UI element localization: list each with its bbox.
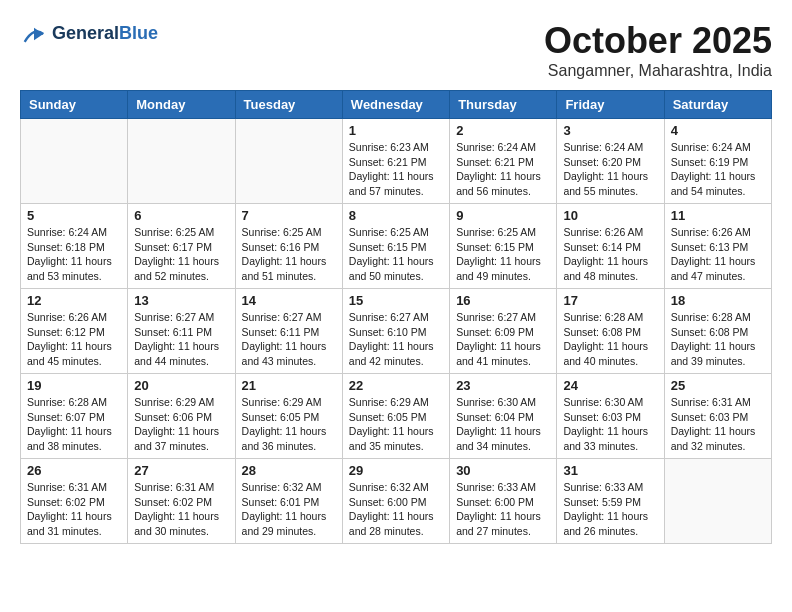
page-header: GeneralBlue October 2025 Sangamner, Maha…: [20, 20, 772, 80]
day-number: 8: [349, 208, 443, 223]
column-header-sunday: Sunday: [21, 91, 128, 119]
day-info: Sunrise: 6:24 AM Sunset: 6:21 PM Dayligh…: [456, 140, 550, 199]
day-number: 26: [27, 463, 121, 478]
day-info: Sunrise: 6:25 AM Sunset: 6:15 PM Dayligh…: [456, 225, 550, 284]
location-title: Sangamner, Maharashtra, India: [544, 62, 772, 80]
week-row-4: 19Sunrise: 6:28 AM Sunset: 6:07 PM Dayli…: [21, 374, 772, 459]
week-row-2: 5Sunrise: 6:24 AM Sunset: 6:18 PM Daylig…: [21, 204, 772, 289]
day-info: Sunrise: 6:28 AM Sunset: 6:08 PM Dayligh…: [671, 310, 765, 369]
day-info: Sunrise: 6:30 AM Sunset: 6:03 PM Dayligh…: [563, 395, 657, 454]
day-info: Sunrise: 6:33 AM Sunset: 5:59 PM Dayligh…: [563, 480, 657, 539]
calendar-cell: 29Sunrise: 6:32 AM Sunset: 6:00 PM Dayli…: [342, 459, 449, 544]
day-number: 7: [242, 208, 336, 223]
column-header-thursday: Thursday: [450, 91, 557, 119]
calendar-cell: 15Sunrise: 6:27 AM Sunset: 6:10 PM Dayli…: [342, 289, 449, 374]
day-info: Sunrise: 6:31 AM Sunset: 6:02 PM Dayligh…: [134, 480, 228, 539]
calendar-cell: 2Sunrise: 6:24 AM Sunset: 6:21 PM Daylig…: [450, 119, 557, 204]
calendar-cell: 28Sunrise: 6:32 AM Sunset: 6:01 PM Dayli…: [235, 459, 342, 544]
day-number: 13: [134, 293, 228, 308]
calendar-cell: 6Sunrise: 6:25 AM Sunset: 6:17 PM Daylig…: [128, 204, 235, 289]
day-info: Sunrise: 6:25 AM Sunset: 6:17 PM Dayligh…: [134, 225, 228, 284]
logo-icon: [20, 20, 48, 48]
calendar-cell: 5Sunrise: 6:24 AM Sunset: 6:18 PM Daylig…: [21, 204, 128, 289]
day-number: 31: [563, 463, 657, 478]
calendar-cell: 1Sunrise: 6:23 AM Sunset: 6:21 PM Daylig…: [342, 119, 449, 204]
day-info: Sunrise: 6:31 AM Sunset: 6:03 PM Dayligh…: [671, 395, 765, 454]
calendar-cell: 13Sunrise: 6:27 AM Sunset: 6:11 PM Dayli…: [128, 289, 235, 374]
column-header-monday: Monday: [128, 91, 235, 119]
day-number: 24: [563, 378, 657, 393]
day-number: 29: [349, 463, 443, 478]
day-info: Sunrise: 6:27 AM Sunset: 6:11 PM Dayligh…: [242, 310, 336, 369]
day-info: Sunrise: 6:32 AM Sunset: 6:01 PM Dayligh…: [242, 480, 336, 539]
calendar-cell: 12Sunrise: 6:26 AM Sunset: 6:12 PM Dayli…: [21, 289, 128, 374]
day-info: Sunrise: 6:28 AM Sunset: 6:08 PM Dayligh…: [563, 310, 657, 369]
day-number: 9: [456, 208, 550, 223]
day-number: 18: [671, 293, 765, 308]
day-info: Sunrise: 6:27 AM Sunset: 6:11 PM Dayligh…: [134, 310, 228, 369]
day-number: 21: [242, 378, 336, 393]
day-number: 5: [27, 208, 121, 223]
calendar-cell: 30Sunrise: 6:33 AM Sunset: 6:00 PM Dayli…: [450, 459, 557, 544]
day-info: Sunrise: 6:24 AM Sunset: 6:18 PM Dayligh…: [27, 225, 121, 284]
day-number: 28: [242, 463, 336, 478]
day-number: 23: [456, 378, 550, 393]
day-info: Sunrise: 6:28 AM Sunset: 6:07 PM Dayligh…: [27, 395, 121, 454]
week-row-3: 12Sunrise: 6:26 AM Sunset: 6:12 PM Dayli…: [21, 289, 772, 374]
calendar-cell: 26Sunrise: 6:31 AM Sunset: 6:02 PM Dayli…: [21, 459, 128, 544]
day-number: 30: [456, 463, 550, 478]
day-number: 2: [456, 123, 550, 138]
column-header-tuesday: Tuesday: [235, 91, 342, 119]
calendar-cell: 31Sunrise: 6:33 AM Sunset: 5:59 PM Dayli…: [557, 459, 664, 544]
calendar-cell: 19Sunrise: 6:28 AM Sunset: 6:07 PM Dayli…: [21, 374, 128, 459]
calendar-cell: 20Sunrise: 6:29 AM Sunset: 6:06 PM Dayli…: [128, 374, 235, 459]
calendar-cell: 24Sunrise: 6:30 AM Sunset: 6:03 PM Dayli…: [557, 374, 664, 459]
calendar-cell: 27Sunrise: 6:31 AM Sunset: 6:02 PM Dayli…: [128, 459, 235, 544]
column-header-saturday: Saturday: [664, 91, 771, 119]
calendar-cell: 21Sunrise: 6:29 AM Sunset: 6:05 PM Dayli…: [235, 374, 342, 459]
day-number: 12: [27, 293, 121, 308]
calendar-cell: 3Sunrise: 6:24 AM Sunset: 6:20 PM Daylig…: [557, 119, 664, 204]
day-number: 15: [349, 293, 443, 308]
day-info: Sunrise: 6:24 AM Sunset: 6:20 PM Dayligh…: [563, 140, 657, 199]
calendar-cell: [664, 459, 771, 544]
title-block: October 2025 Sangamner, Maharashtra, Ind…: [544, 20, 772, 80]
day-number: 16: [456, 293, 550, 308]
day-info: Sunrise: 6:24 AM Sunset: 6:19 PM Dayligh…: [671, 140, 765, 199]
calendar-cell: 17Sunrise: 6:28 AM Sunset: 6:08 PM Dayli…: [557, 289, 664, 374]
day-info: Sunrise: 6:29 AM Sunset: 6:05 PM Dayligh…: [242, 395, 336, 454]
day-number: 27: [134, 463, 228, 478]
day-info: Sunrise: 6:26 AM Sunset: 6:12 PM Dayligh…: [27, 310, 121, 369]
calendar-cell: 8Sunrise: 6:25 AM Sunset: 6:15 PM Daylig…: [342, 204, 449, 289]
day-number: 10: [563, 208, 657, 223]
calendar-cell: 14Sunrise: 6:27 AM Sunset: 6:11 PM Dayli…: [235, 289, 342, 374]
day-number: 20: [134, 378, 228, 393]
day-number: 4: [671, 123, 765, 138]
calendar-cell: [128, 119, 235, 204]
calendar-cell: 25Sunrise: 6:31 AM Sunset: 6:03 PM Dayli…: [664, 374, 771, 459]
calendar-cell: 7Sunrise: 6:25 AM Sunset: 6:16 PM Daylig…: [235, 204, 342, 289]
day-info: Sunrise: 6:33 AM Sunset: 6:00 PM Dayligh…: [456, 480, 550, 539]
day-number: 6: [134, 208, 228, 223]
calendar-cell: [21, 119, 128, 204]
week-row-1: 1Sunrise: 6:23 AM Sunset: 6:21 PM Daylig…: [21, 119, 772, 204]
calendar-cell: [235, 119, 342, 204]
logo-text: GeneralBlue: [52, 24, 158, 44]
day-number: 11: [671, 208, 765, 223]
calendar-cell: 9Sunrise: 6:25 AM Sunset: 6:15 PM Daylig…: [450, 204, 557, 289]
day-info: Sunrise: 6:30 AM Sunset: 6:04 PM Dayligh…: [456, 395, 550, 454]
day-info: Sunrise: 6:25 AM Sunset: 6:16 PM Dayligh…: [242, 225, 336, 284]
logo: GeneralBlue: [20, 20, 158, 48]
calendar-cell: 10Sunrise: 6:26 AM Sunset: 6:14 PM Dayli…: [557, 204, 664, 289]
day-number: 1: [349, 123, 443, 138]
calendar-cell: 4Sunrise: 6:24 AM Sunset: 6:19 PM Daylig…: [664, 119, 771, 204]
day-info: Sunrise: 6:29 AM Sunset: 6:05 PM Dayligh…: [349, 395, 443, 454]
calendar-cell: 23Sunrise: 6:30 AM Sunset: 6:04 PM Dayli…: [450, 374, 557, 459]
day-info: Sunrise: 6:23 AM Sunset: 6:21 PM Dayligh…: [349, 140, 443, 199]
day-number: 19: [27, 378, 121, 393]
day-info: Sunrise: 6:29 AM Sunset: 6:06 PM Dayligh…: [134, 395, 228, 454]
calendar-cell: 22Sunrise: 6:29 AM Sunset: 6:05 PM Dayli…: [342, 374, 449, 459]
week-row-5: 26Sunrise: 6:31 AM Sunset: 6:02 PM Dayli…: [21, 459, 772, 544]
calendar-cell: 18Sunrise: 6:28 AM Sunset: 6:08 PM Dayli…: [664, 289, 771, 374]
calendar-cell: 16Sunrise: 6:27 AM Sunset: 6:09 PM Dayli…: [450, 289, 557, 374]
